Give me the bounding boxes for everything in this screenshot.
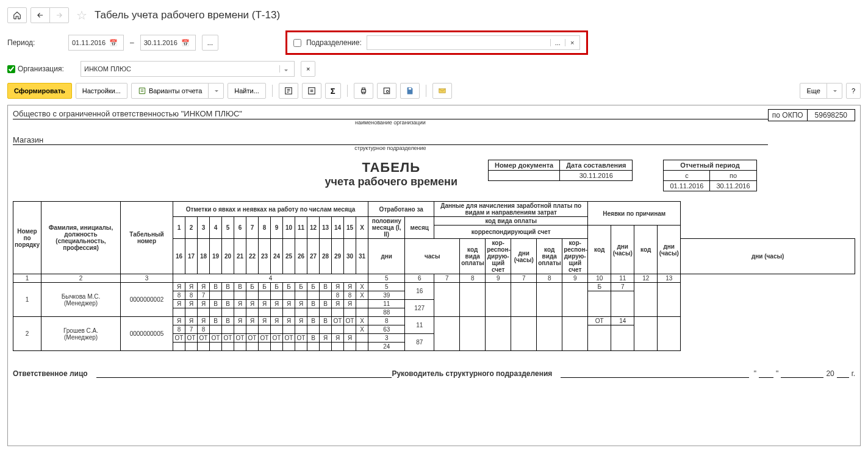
subdivision-dots-icon[interactable]: ... <box>550 39 565 46</box>
organization-select[interactable]: ИНКОМ ПЛЮС <box>81 61 295 77</box>
organization-clear-button[interactable]: × <box>301 61 315 77</box>
calendar-icon[interactable]: 📅 <box>109 39 118 47</box>
organization-checkbox[interactable] <box>7 65 15 73</box>
report-variants-button[interactable]: Варианты отчета <box>131 83 209 99</box>
department-name: Магазин <box>13 135 768 145</box>
expand-icon-button[interactable] <box>279 83 298 99</box>
svg-point-7 <box>386 90 389 93</box>
doc-info-table: Номер документаДата составления 30.11.20… <box>488 160 633 181</box>
collapse-icon-button[interactable] <box>302 83 321 99</box>
preview-button[interactable] <box>377 83 396 99</box>
settings-button[interactable]: Настройки... <box>76 83 127 99</box>
dropdown-icon[interactable] <box>279 65 291 73</box>
toolbar: Сформировать Настройки... Варианты отчет… <box>7 83 861 99</box>
svg-rect-2 <box>309 88 315 94</box>
help-button[interactable]: ? <box>846 83 861 99</box>
forward-button[interactable] <box>49 7 69 23</box>
period-row: Период: 01.11.2016 📅 – 30.11.2016 📅 ... … <box>7 30 861 55</box>
more-button[interactable]: Еще <box>800 83 827 99</box>
organization-label: Организация: <box>18 65 64 73</box>
period-label: Период: <box>7 38 62 47</box>
report-period-table: Отчетный период спо 01.11.201630.11.2016 <box>663 160 756 191</box>
favorite-star-icon[interactable]: ☆ <box>76 8 87 23</box>
organization-sublabel: наименование организации <box>13 119 768 126</box>
responsible-label: Ответственное лицо <box>13 369 88 378</box>
head-label: Руководитель структурного подразделения <box>392 369 552 378</box>
save-button[interactable] <box>400 83 420 99</box>
subdivision-checkbox[interactable] <box>293 39 301 47</box>
okpo-value: 59698250 <box>807 109 855 121</box>
calendar-icon[interactable]: 📅 <box>181 39 190 47</box>
svg-rect-5 <box>362 92 365 93</box>
report-area: Общество с ограниченной ответственностью… <box>7 105 861 446</box>
generate-button[interactable]: Сформировать <box>7 83 72 99</box>
top-nav-bar: ☆ Табель учета рабочего времени (Т-13) <box>7 7 861 23</box>
date-from-input[interactable]: 01.11.2016 📅 <box>68 35 124 51</box>
back-button[interactable] <box>30 7 50 23</box>
tabel-title: ТАБЕЛЬ учета рабочего времени <box>325 160 457 188</box>
print-button[interactable] <box>354 83 373 99</box>
subdivision-clear-icon[interactable]: × <box>565 39 579 46</box>
find-button[interactable]: Найти... <box>228 83 266 99</box>
period-dots-button[interactable]: ... <box>202 35 218 51</box>
org-row: Организация: ИНКОМ ПЛЮС × <box>7 61 861 77</box>
email-button[interactable] <box>432 83 452 99</box>
subdivision-highlight: Подразделение: ... × <box>285 30 588 55</box>
svg-rect-8 <box>408 88 411 90</box>
page-title: Табель учета рабочего времени (Т-13) <box>95 9 280 21</box>
okpo-label: по ОКПО <box>768 109 807 121</box>
svg-rect-4 <box>362 88 365 90</box>
subdivision-label: Подразделение: <box>306 38 362 47</box>
timesheet-table: Номер по порядку Фамилия, инициалы, долж… <box>13 201 855 351</box>
signature-footer: Ответственное лицо Руководитель структур… <box>13 369 855 378</box>
home-button[interactable] <box>7 7 27 23</box>
organization-name: Общество с ограниченной ответственностью… <box>13 109 768 119</box>
report-variants-dropdown[interactable] <box>208 83 224 99</box>
svg-rect-3 <box>361 90 365 92</box>
more-dropdown[interactable] <box>827 83 842 99</box>
sum-icon-button[interactable]: Σ <box>325 83 341 99</box>
subdivision-input[interactable]: ... × <box>367 35 580 50</box>
department-sublabel: структурное подразделение <box>13 145 768 151</box>
date-to-input[interactable]: 30.11.2016 📅 <box>140 35 196 51</box>
